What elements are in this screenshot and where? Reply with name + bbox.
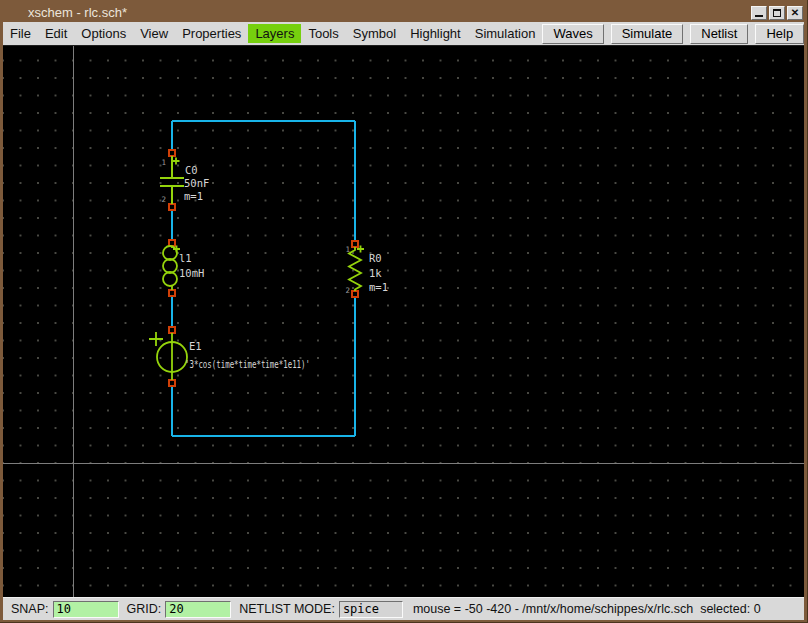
grid-label: GRID: [127, 602, 162, 616]
component-value: '3*cos(time*time*time*1e11)' [185, 358, 310, 370]
inductor-loop-icon [163, 272, 177, 286]
inductor-loop-icon [163, 259, 177, 273]
component-value: 10mH [179, 267, 204, 279]
pin-square-icon [169, 327, 175, 333]
pin-square-icon [169, 240, 175, 246]
snap-label: SNAP: [11, 602, 49, 616]
pin-number: 2 [345, 286, 350, 295]
pin-square-icon [352, 291, 358, 297]
maximize-icon [773, 9, 781, 17]
component-value: 50nF [184, 177, 209, 189]
component-ref: E1 [189, 340, 202, 352]
statusbar: SNAP: GRID: NETLIST MODE: mouse = -50 -4… [3, 597, 804, 620]
titlebar: xschem - rlc.sch* ✕ [0, 0, 807, 22]
help-button[interactable]: Help [755, 24, 804, 44]
component-mult: m=1 [369, 281, 388, 293]
window-controls: ✕ [751, 6, 803, 20]
menu-view[interactable]: View [133, 24, 175, 43]
pin-number: 1 [345, 245, 350, 254]
schematic-canvas[interactable]: 1 2 C0 50nF m=1 l1 10mH [3, 46, 804, 597]
waves-button[interactable]: Waves [542, 24, 603, 44]
menu-file[interactable]: File [3, 24, 38, 43]
window-title: xschem - rlc.sch* [28, 5, 751, 20]
menu-edit[interactable]: Edit [38, 24, 74, 43]
menubar: File Edit Options View Properties Layers… [3, 22, 804, 46]
menu-symbol[interactable]: Symbol [346, 24, 403, 43]
component-resistor[interactable]: 1 2 R0 1k m=1 [345, 241, 387, 297]
window-bottom-edge [0, 620, 807, 622]
component-ref: C0 [185, 164, 198, 176]
pin-number: 2 [161, 195, 166, 204]
maximize-button[interactable] [769, 6, 785, 20]
component-capacitor[interactable]: 1 2 C0 50nF m=1 [160, 150, 209, 210]
minimize-icon [755, 14, 763, 17]
resistor-symbol-icon [349, 247, 361, 291]
netlist-mode-input[interactable] [339, 601, 403, 618]
pin-number: 1 [161, 158, 166, 167]
component-ref: l1 [179, 252, 192, 264]
polarity-plus-icon [149, 332, 163, 346]
polarity-plus-icon [173, 158, 180, 165]
component-mult: m=1 [184, 190, 203, 202]
menu-options[interactable]: Options [74, 24, 133, 43]
minimize-button[interactable] [751, 6, 767, 20]
close-icon: ✕ [791, 8, 799, 18]
menu-simulation[interactable]: Simulation [468, 24, 543, 43]
menu-tools[interactable]: Tools [301, 24, 345, 43]
rlc-schematic: 1 2 C0 50nF m=1 l1 10mH [3, 46, 804, 597]
close-button[interactable]: ✕ [787, 6, 803, 20]
component-inductor[interactable]: l1 10mH [163, 240, 204, 296]
component-value: 1k [369, 267, 382, 279]
netlist-mode-label: NETLIST MODE: [239, 602, 335, 616]
component-ref: R0 [369, 252, 382, 264]
menu-highlight[interactable]: Highlight [403, 24, 468, 43]
pin-square-icon [169, 204, 175, 210]
snap-input[interactable] [53, 601, 119, 618]
pin-square-icon [169, 150, 175, 156]
component-voltage-source[interactable]: E1 '3*cos(time*time*time*1e11)' [149, 327, 310, 386]
pin-square-icon [352, 241, 358, 247]
grid-input[interactable] [165, 601, 231, 618]
mouse-status-text: mouse = -50 -420 - /mnt/x/home/schippes/… [413, 602, 761, 616]
simulate-button[interactable]: Simulate [611, 24, 684, 44]
menu-properties[interactable]: Properties [175, 24, 248, 43]
pin-square-icon [169, 290, 175, 296]
pin-square-icon [169, 380, 175, 386]
xschem-window: xschem - rlc.sch* ✕ File Edit Options Vi… [0, 0, 808, 623]
netlist-button[interactable]: Netlist [690, 24, 748, 44]
menu-layers[interactable]: Layers [248, 24, 301, 43]
